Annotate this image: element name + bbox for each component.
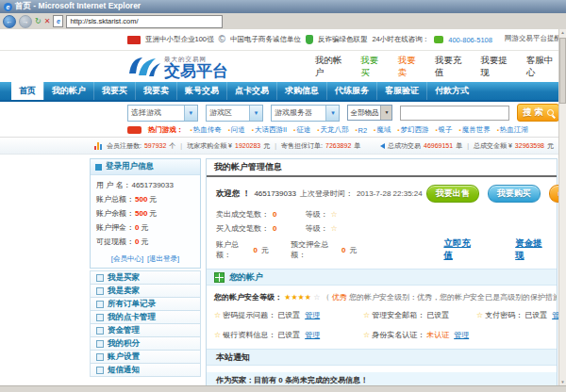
- tab-my-account[interactable]: 我的帐户: [43, 82, 93, 100]
- withdraw-link[interactable]: 资金提现: [515, 237, 547, 262]
- hot-game-link[interactable]: ▪热血江湖: [497, 125, 528, 135]
- withdrawable-label: 可提现额：: [96, 237, 134, 247]
- chevron-down-icon[interactable]: ▾: [325, 106, 339, 121]
- bullet-icon: [96, 287, 104, 295]
- manage-link[interactable]: 管理: [305, 330, 320, 340]
- sidebar-item-account-settings[interactable]: 账户设置: [90, 351, 201, 364]
- tab-buy[interactable]: 我要买: [93, 82, 135, 100]
- forward-icon[interactable]: →: [19, 15, 32, 28]
- security-item-label: 支付密码：: [485, 310, 523, 320]
- total-label: 账户总额：: [96, 194, 134, 204]
- hot-game-link[interactable]: ▪魔域: [374, 125, 391, 135]
- sidebar-item-seller[interactable]: 我是卖家: [90, 285, 201, 298]
- username-row: 用 户 名： 4651739033: [96, 180, 194, 190]
- panel-title: 我的帐户管理信息: [207, 159, 557, 177]
- star-icon: ☆: [363, 331, 370, 339]
- sidebar-item-sms[interactable]: 短信通知: [90, 364, 201, 377]
- buy-button[interactable]: 我要购买: [488, 185, 541, 203]
- tab-account-trade[interactable]: 账号交易: [176, 82, 226, 100]
- sidebar-item-funds[interactable]: 资金管理: [90, 324, 201, 337]
- header-link-my-account[interactable]: 我的帐户: [315, 55, 348, 79]
- hot-game-link[interactable]: ▪问道: [228, 125, 245, 135]
- header-link-recharge[interactable]: 我要充值: [435, 55, 468, 79]
- url-input[interactable]: http://sls.sktarist.com/: [66, 15, 223, 28]
- header-link-service[interactable]: 客服中心: [526, 55, 559, 79]
- refresh-icon[interactable]: ↻: [35, 16, 42, 27]
- hot-game-link[interactable]: ▪征途: [293, 125, 310, 135]
- security-item-status: 已设置: [426, 310, 449, 320]
- hot-game-link[interactable]: ▪热血传奇: [191, 125, 222, 135]
- logout-link[interactable]: [退出登录]: [147, 254, 179, 264]
- welcome-label: 欢迎您 ！: [216, 188, 250, 200]
- vertical-scrollbar[interactable]: ▲ ▼: [558, 29, 566, 386]
- zone-select[interactable]: 游戏区 ▾: [206, 105, 263, 122]
- hot-game-link[interactable]: ▪大话西游II: [252, 125, 287, 135]
- scrollbar-thumb[interactable]: [559, 38, 566, 104]
- tab-home[interactable]: 首页: [11, 82, 43, 100]
- sidebar-item-orders[interactable]: 所有订单记录: [90, 298, 201, 311]
- hot-games-row: 热门游戏： ▪热血传奇 ▪问道 ▪大话西游II ▪征途 ▪天龙八部 ▪R2 ▪魔…: [0, 123, 559, 137]
- sidebar-item-buyer[interactable]: 我是买家: [90, 270, 201, 285]
- header-link-buy[interactable]: 我要买: [360, 55, 385, 79]
- scroll-up-icon[interactable]: ▲: [559, 29, 566, 37]
- security-item-password-question: ☆ 密码提示问题： 已设置 管理: [214, 310, 363, 320]
- star-icon: ☆: [476, 311, 483, 319]
- separator: |: [275, 142, 276, 149]
- tab-demand-info[interactable]: 求购信息: [276, 82, 326, 100]
- trades-label: 总成功交易: [388, 141, 421, 151]
- hot-game-label: 魔兽世界: [462, 125, 491, 135]
- header-link-sell[interactable]: 我要卖: [398, 55, 423, 79]
- security-item-status: 未认证: [426, 330, 449, 340]
- login-links: [会员中心] [退出登录]: [91, 253, 200, 268]
- chevron-down-icon[interactable]: ▼: [380, 106, 391, 120]
- site-logo[interactable]: 最大的交易网 交易平台: [127, 55, 277, 79]
- tab-service-verify[interactable]: 客服验证: [376, 82, 426, 100]
- bought-count-row: 买入成交笔数： 0 等级： ☆: [207, 221, 557, 236]
- search-keyword-input[interactable]: [400, 106, 509, 121]
- predeposit-value: 0: [341, 246, 345, 254]
- level-grade: 优秀: [332, 293, 347, 302]
- member-center-link[interactable]: [会员中心]: [111, 254, 143, 264]
- back-icon[interactable]: ←: [3, 15, 16, 28]
- hot-game-link[interactable]: ▪魔兽世界: [459, 125, 491, 135]
- separator: |: [467, 142, 469, 149]
- bullet-icon: ▪: [497, 127, 499, 133]
- game-select[interactable]: 选择游戏 ▾: [127, 105, 198, 122]
- tab-card-trade[interactable]: 点卡交易: [226, 82, 276, 100]
- header-link-withdraw[interactable]: 我要提现: [480, 55, 513, 79]
- deposit-unit: 元: [141, 222, 148, 233]
- stop-icon[interactable]: ✕: [44, 16, 51, 27]
- sidebar-item-card-manage[interactable]: 我的点卡管理: [90, 311, 201, 324]
- chevron-down-icon[interactable]: ▾: [184, 106, 197, 121]
- recharge-link[interactable]: 立即充值: [443, 237, 475, 262]
- hot-game-link[interactable]: ▪天龙八部: [317, 125, 348, 135]
- zone-select-value: 游戏区: [209, 107, 232, 118]
- tab-leveling-service[interactable]: 代练服务: [326, 82, 376, 100]
- sidebar-item-label: 资金管理: [108, 325, 140, 336]
- security-item-status: 已设置: [524, 310, 547, 320]
- hot-game-link[interactable]: ▪梦幻西游: [397, 125, 428, 135]
- hot-game-link[interactable]: ▪银子: [435, 125, 452, 135]
- hot-game-link[interactable]: ▪R2: [355, 126, 367, 135]
- search-button[interactable]: 搜 索: [517, 104, 559, 122]
- bullet-icon: [96, 314, 104, 321]
- manage-link[interactable]: 管理: [305, 310, 320, 320]
- tab-sell[interactable]: 我要卖: [135, 82, 176, 100]
- sidebar-item-points[interactable]: 我的积分: [90, 337, 201, 351]
- demand-value: 1920283: [235, 142, 260, 149]
- sidebar: 登录用户信息 用 户 名： 4651739033 账户总额： 500 元: [90, 158, 201, 377]
- notice-section-title: 本站通知: [216, 351, 250, 364]
- server-select[interactable]: 游戏服务器 ▾: [271, 105, 340, 122]
- credit-icon: ©: [219, 35, 225, 44]
- bullet-icon: [96, 353, 104, 361]
- sell-button[interactable]: 我要出售: [426, 185, 479, 203]
- tab-payment-methods[interactable]: 付款方式: [426, 82, 476, 100]
- item-type-select[interactable]: 全部物品 ▼: [347, 105, 392, 121]
- security-item-identity-verify: ☆ 身份实名认证： 未认证 管理: [363, 330, 476, 340]
- funds-row: 账户总额： 0 元 预交押金总额： 0 元 立即充值 资金提现: [207, 236, 557, 264]
- grade-star-icon: ☆: [330, 224, 337, 233]
- separator: |: [180, 142, 182, 149]
- manage-link[interactable]: 管理: [454, 330, 469, 340]
- bullet-icon: ▪: [397, 127, 399, 133]
- chevron-down-icon[interactable]: ▾: [249, 106, 262, 121]
